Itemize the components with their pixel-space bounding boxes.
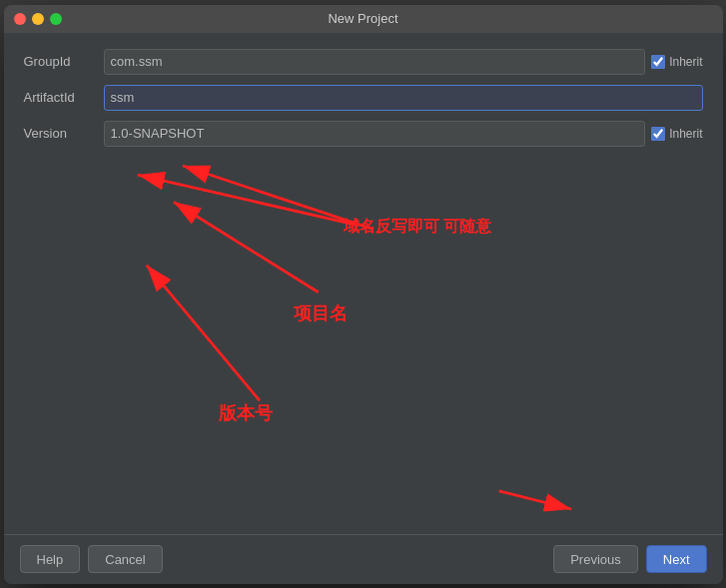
artifactid-row: ArtifactId: [24, 85, 703, 111]
annotation-area: 域名反写即可 可随意 项目名 版本号: [24, 157, 703, 518]
groupid-input[interactable]: [104, 49, 646, 75]
footer-left-buttons: Help Cancel: [20, 545, 163, 573]
svg-line-3: [173, 202, 318, 293]
domain-note: 域名反写即可 可随意: [344, 217, 491, 238]
dialog-title: New Project: [328, 11, 397, 26]
svg-line-4: [146, 265, 259, 400]
version-input[interactable]: [104, 121, 646, 147]
version-label: Version: [24, 126, 104, 141]
dialog-content: GroupId Inherit ArtifactId Version Inher…: [4, 33, 723, 534]
previous-button[interactable]: Previous: [553, 545, 638, 573]
next-button[interactable]: Next: [646, 545, 707, 573]
dialog-footer: Help Cancel Previous Next: [4, 534, 723, 584]
close-button[interactable]: [14, 13, 26, 25]
groupid-row: GroupId Inherit: [24, 49, 703, 75]
groupid-label: GroupId: [24, 54, 104, 69]
window-controls: [14, 13, 62, 25]
help-button[interactable]: Help: [20, 545, 81, 573]
version-inherit-checkbox[interactable]: [651, 127, 665, 141]
project-name-note: 项目名: [294, 301, 348, 325]
arrows-svg: [24, 157, 703, 518]
titlebar: New Project: [4, 5, 723, 33]
svg-line-5: [498, 490, 570, 508]
footer-right-buttons: Previous Next: [553, 545, 706, 573]
version-inherit-group: Inherit: [651, 127, 702, 141]
version-note: 版本号: [219, 401, 273, 425]
artifactid-label: ArtifactId: [24, 90, 104, 105]
groupid-inherit-checkbox[interactable]: [651, 55, 665, 69]
svg-line-2: [137, 175, 354, 225]
minimize-button[interactable]: [32, 13, 44, 25]
groupid-inherit-group: Inherit: [651, 55, 702, 69]
version-row: Version Inherit: [24, 121, 703, 147]
version-inherit-label: Inherit: [669, 127, 702, 141]
svg-line-1: [183, 166, 372, 229]
cancel-button[interactable]: Cancel: [88, 545, 162, 573]
artifactid-input[interactable]: [104, 85, 703, 111]
new-project-dialog: New Project GroupId Inherit ArtifactId V…: [4, 5, 723, 584]
maximize-button[interactable]: [50, 13, 62, 25]
groupid-inherit-label: Inherit: [669, 55, 702, 69]
